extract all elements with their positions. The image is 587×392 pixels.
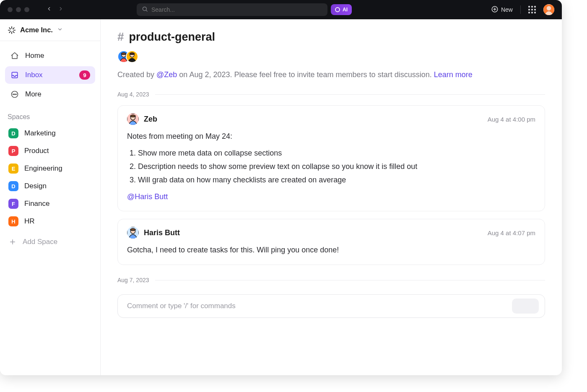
- window-controls[interactable]: [8, 7, 29, 12]
- date-label: Aug 7, 2023: [117, 277, 149, 283]
- main-content: # product-general Created by @Zeb on Aug…: [101, 19, 562, 375]
- message-avatar[interactable]: [127, 113, 139, 125]
- message-timestamp: Aug 4 at 4:07 pm: [488, 229, 535, 236]
- space-item[interactable]: PProduct: [4, 143, 96, 159]
- created-by-suffix: on Aug 2, 2023. Please feel free to invi…: [177, 70, 434, 79]
- space-label: Engineering: [24, 164, 62, 173]
- plus-icon: [8, 238, 17, 246]
- new-label: New: [501, 6, 513, 13]
- send-button[interactable]: [512, 299, 539, 314]
- list-item: Show more meta data on collapse sections: [138, 147, 535, 160]
- svg-line-11: [9, 28, 10, 29]
- comment-input[interactable]: [127, 302, 507, 310]
- nav-inbox-label: Inbox: [25, 71, 43, 79]
- space-item[interactable]: EEngineering: [4, 160, 96, 177]
- message-card[interactable]: Haris Butt Aug 4 at 4:07 pm Gotcha, I ne…: [117, 219, 545, 265]
- inbox-icon: [10, 70, 19, 80]
- created-by-prefix: Created by: [117, 70, 156, 79]
- add-space-button[interactable]: Add Space: [0, 233, 100, 251]
- titlebar: AI New: [0, 0, 562, 19]
- more-icon: [10, 90, 19, 99]
- nav-inbox[interactable]: Inbox 9: [5, 66, 95, 84]
- ai-button[interactable]: AI: [331, 4, 352, 15]
- separator-line: [155, 280, 545, 280]
- svg-line-13: [13, 28, 14, 29]
- space-icon: F: [8, 199, 18, 209]
- window-minimize-icon[interactable]: [16, 7, 21, 12]
- message-author: Haris Butt: [144, 228, 180, 237]
- svg-point-16: [13, 94, 14, 95]
- channel-subtitle: Created by @Zeb on Aug 2, 2023. Please f…: [117, 70, 545, 79]
- creator-mention[interactable]: @Zeb: [156, 70, 177, 79]
- user-mention[interactable]: @Haris Butt: [127, 192, 168, 201]
- nav-back-button[interactable]: [46, 6, 52, 13]
- nav-forward-button[interactable]: [58, 6, 64, 13]
- spaces-heading: Spaces: [0, 106, 100, 124]
- nav-home-label: Home: [25, 52, 44, 60]
- apps-grid-icon[interactable]: [528, 6, 536, 13]
- svg-line-14: [9, 31, 10, 32]
- app-window: AI New Acme Inc.: [0, 0, 562, 375]
- sidebar: Acme Inc. Home Inbox 9 More Spaces: [0, 19, 101, 375]
- hash-icon: #: [117, 30, 124, 44]
- nav-more-label: More: [25, 90, 42, 99]
- svg-line-1: [146, 10, 147, 11]
- space-item[interactable]: DDesign: [4, 178, 96, 195]
- space-icon: P: [8, 146, 18, 156]
- plus-circle-icon: [491, 5, 499, 14]
- nav-more[interactable]: More: [5, 86, 95, 103]
- nav-home[interactable]: Home: [5, 47, 95, 65]
- list-item: Description needs to show some preview t…: [138, 160, 535, 174]
- space-label: Marketing: [24, 129, 56, 138]
- new-button[interactable]: New: [491, 5, 513, 14]
- date-separator: Aug 4, 2023: [117, 91, 545, 98]
- comment-composer[interactable]: [117, 294, 545, 318]
- space-label: HR: [24, 217, 35, 226]
- space-icon: D: [8, 128, 18, 138]
- message-card[interactable]: Zeb Aug 4 at 4:00 pm Notes from meeting …: [117, 105, 545, 211]
- message-avatar[interactable]: [127, 227, 139, 239]
- inbox-badge: 9: [79, 70, 90, 80]
- channel-title: product-general: [129, 31, 216, 44]
- svg-point-6: [547, 6, 551, 10]
- workspace-switcher[interactable]: Acme Inc.: [0, 19, 100, 41]
- workspace-logo-icon: [8, 26, 16, 34]
- space-item[interactable]: DMarketing: [4, 125, 96, 142]
- message-body: Gotcha, I need to create tasks for this.…: [127, 244, 535, 256]
- learn-more-link[interactable]: Learn more: [434, 70, 473, 79]
- svg-line-12: [13, 31, 14, 32]
- separator-line: [155, 94, 545, 95]
- message-timestamp: Aug 4 at 4:00 pm: [488, 116, 535, 123]
- space-label: Design: [24, 182, 47, 190]
- add-space-label: Add Space: [23, 238, 57, 246]
- space-label: Product: [24, 147, 49, 155]
- window-zoom-icon[interactable]: [24, 7, 29, 12]
- home-icon: [10, 51, 19, 60]
- svg-point-18: [16, 94, 17, 95]
- svg-point-0: [143, 7, 146, 11]
- message-intro: Notes from meeting on May 24:: [127, 131, 535, 143]
- space-item[interactable]: FFinance: [4, 195, 96, 212]
- list-item: Will grab data on how many checklists ar…: [138, 174, 535, 187]
- ai-label: AI: [343, 7, 348, 13]
- divider: [520, 5, 521, 14]
- date-label: Aug 4, 2023: [117, 91, 149, 98]
- message-author: Zeb: [144, 115, 157, 124]
- ai-icon: [335, 7, 340, 12]
- window-close-icon[interactable]: [8, 7, 13, 12]
- space-icon: D: [8, 181, 18, 191]
- user-avatar[interactable]: [543, 4, 554, 15]
- message-body: Notes from meeting on May 24: Show more …: [127, 131, 535, 202]
- space-item[interactable]: HHR: [4, 213, 96, 230]
- space-icon: H: [8, 216, 18, 226]
- member-avatar[interactable]: [126, 50, 138, 63]
- global-search[interactable]: [137, 3, 327, 16]
- channel-members[interactable]: [117, 50, 545, 63]
- workspace-name: Acme Inc.: [20, 26, 53, 34]
- chevron-down-icon: [57, 26, 63, 34]
- search-input[interactable]: [151, 6, 322, 13]
- space-icon: E: [8, 164, 18, 174]
- svg-point-17: [14, 94, 15, 95]
- message-text: Gotcha, I need to create tasks for this.…: [127, 244, 535, 256]
- date-separator: Aug 7, 2023: [117, 277, 545, 283]
